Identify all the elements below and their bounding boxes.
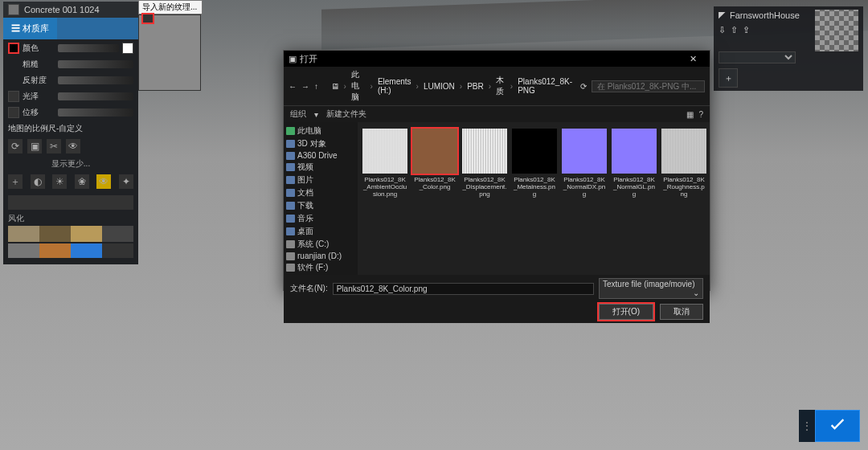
folder-tree[interactable]: 此电脑 3D 对象 A360 Drive 视频 图片 文档 下载 音乐 桌面 系… <box>284 122 358 275</box>
tab-material-library[interactable]: ☰ 材质库 <box>3 18 57 39</box>
close-icon[interactable]: ✕ <box>681 54 705 64</box>
dialog-title: 打开 <box>300 53 317 65</box>
tree-item: 办公 (G:) <box>286 274 355 275</box>
toolbar-spark-icon[interactable]: ✦ <box>119 174 133 189</box>
file-thumb[interactable]: Planks012_8K_Roughness.png <box>661 129 706 268</box>
refresh-icon[interactable]: ⟳ <box>580 82 587 91</box>
file-thumb[interactable]: Planks012_8K_Displacement.png <box>462 129 507 268</box>
material-panel: Concrete 001 1024 ☰ 材质库 颜色 粗糙 反射度 光泽 位移 … <box>3 2 138 264</box>
tree-item: 软件 (F:) <box>286 261 355 274</box>
search-input[interactable] <box>592 80 705 92</box>
slider-reflect[interactable] <box>58 76 133 84</box>
material-title: Concrete 001 1024 <box>24 5 100 14</box>
depth-swatch[interactable] <box>8 107 19 118</box>
nav-back-icon[interactable]: ← <box>289 82 297 91</box>
file-grid[interactable]: Planks012_8K_AmbientOcclusion.png Planks… <box>358 122 710 275</box>
crumb[interactable]: 此电脑 <box>351 69 366 103</box>
nav-up-icon[interactable]: ↑ <box>314 82 318 91</box>
toolbar-leaf-icon[interactable]: ❀ <box>75 174 89 189</box>
slider-depth[interactable] <box>58 108 133 117</box>
hud-add-button[interactable]: ＋ <box>719 68 738 88</box>
tree-item: 下载 <box>286 199 355 212</box>
camera-preview[interactable] <box>815 10 858 51</box>
confirm-check-button[interactable] <box>815 410 860 442</box>
tree-item: 音乐 <box>286 212 355 225</box>
texture-swatch-4[interactable] <box>102 226 133 242</box>
open-folder-icon[interactable] <box>141 13 154 24</box>
tree-item: 桌面 <box>286 225 355 238</box>
scene-name: FarnsworthHouse <box>730 10 800 20</box>
label-depth: 位移 <box>23 107 55 118</box>
slider-rough[interactable] <box>58 60 133 68</box>
breadcrumb-bar: ← → ↑ 🖥 ›此电脑 ›Elements (H:) ›LUMION ›PBR… <box>284 67 710 106</box>
color-end-swatch[interactable] <box>122 43 133 54</box>
tree-item: 此电脑 <box>286 125 355 137</box>
slider-gloss[interactable] <box>58 92 133 100</box>
gloss-swatch[interactable] <box>8 91 19 102</box>
hud-dropdown[interactable] <box>719 51 796 63</box>
material-tabs: ☰ 材质库 <box>3 18 138 39</box>
organize-menu[interactable]: 组织 <box>290 108 306 120</box>
texture-swatch-7[interactable] <box>71 243 102 258</box>
texture-swatch-8[interactable] <box>102 243 133 258</box>
file-thumb[interactable]: Planks012_8K_Metalness.png <box>512 129 557 268</box>
label-reflect: 反射度 <box>23 75 55 86</box>
material-title-bar: Concrete 001 1024 <box>3 2 138 18</box>
label-rough: 粗糙 <box>23 59 55 70</box>
material-swatch-icon <box>8 4 19 15</box>
tool-scale-icon[interactable]: ▣ <box>27 139 42 153</box>
bottom-more-button[interactable]: ⋮ <box>799 410 815 442</box>
file-thumb[interactable]: Planks012_8K_NormalDX.png <box>562 129 607 268</box>
texture-swatch-6[interactable] <box>39 243 71 258</box>
label-mapscale: 地图的比例尺-自定义 <box>8 123 133 134</box>
tree-item: 视频 <box>286 161 355 174</box>
label-gloss: 光泽 <box>23 91 55 102</box>
tree-item: ruanjian (D:) <box>286 251 355 261</box>
tool-rotate-icon[interactable]: ⟳ <box>8 139 23 153</box>
triangle-icon: ◤ <box>719 10 725 20</box>
filename-label: 文件名(N): <box>290 283 328 294</box>
view-icon[interactable]: ▦ <box>686 110 694 119</box>
texture-preview: 导入新的纹理... <box>138 0 203 91</box>
texture-swatch-1[interactable] <box>8 226 39 242</box>
crumb[interactable]: LUMION <box>424 82 455 91</box>
texture-swatch-2[interactable] <box>39 226 71 242</box>
color-swatch[interactable] <box>8 43 19 54</box>
crumb[interactable]: Elements (H:) <box>378 77 411 95</box>
crumb[interactable]: 木质 <box>496 75 506 97</box>
hud-export-icon[interactable]: ⇪ <box>743 25 750 35</box>
slider-color[interactable] <box>58 44 119 52</box>
toolbar-color-icon[interactable]: ◐ <box>31 174 45 189</box>
new-folder-button[interactable]: 新建文件夹 <box>326 108 366 120</box>
slider-main[interactable] <box>8 195 133 210</box>
show-less-link[interactable]: 显示更少... <box>3 157 138 171</box>
toolbar-sun-icon[interactable]: ☀ <box>52 174 67 189</box>
check-icon <box>826 415 849 437</box>
tool-eye-icon[interactable]: 👁 <box>66 139 80 153</box>
toolbar-add-icon[interactable]: ＋ <box>8 174 23 189</box>
dialog-icon: ▣ <box>289 54 297 64</box>
file-thumb[interactable]: Planks012_8K_AmbientOcclusion.png <box>362 129 407 268</box>
hud-upload-icon[interactable]: ⇧ <box>731 25 738 35</box>
file-open-dialog: ▣ 打开 ✕ ← → ↑ 🖥 ›此电脑 ›Elements (H:) ›LUMI… <box>283 50 710 291</box>
tree-item: 图片 <box>286 174 355 186</box>
texture-swatch-5[interactable] <box>8 243 39 258</box>
help-icon[interactable]: ? <box>698 110 703 119</box>
tree-item: 系统 (C:) <box>286 238 355 251</box>
filetype-select[interactable]: Texture file (image/movie) ⌄ <box>599 278 703 299</box>
file-thumb-selected[interactable]: Planks012_8K_Color.png <box>412 129 457 268</box>
tool-cut-icon[interactable]: ✂ <box>47 139 61 153</box>
nav-fwd-icon[interactable]: → <box>301 82 309 91</box>
toolbar-eye-icon[interactable]: 👁 <box>96 174 111 189</box>
open-button[interactable]: 打开(O) <box>599 304 653 320</box>
crumb[interactable]: PBR <box>467 82 484 91</box>
crumb[interactable]: Planks012_8K-PNG <box>518 77 572 95</box>
texture-swatch-3[interactable] <box>71 226 102 242</box>
label-color: 颜色 <box>23 43 55 54</box>
filename-input[interactable] <box>333 283 594 295</box>
hud-download-icon[interactable]: ⇩ <box>719 25 726 35</box>
preview-image[interactable] <box>138 14 201 91</box>
file-thumb[interactable]: Planks012_8K_NormalGL.png <box>612 129 657 268</box>
scene-hud: ◤FarnsworthHouse⋮ ⇩ ⇧ ⇪ ＋ <box>714 6 863 91</box>
cancel-button[interactable]: 取消 <box>660 304 703 320</box>
